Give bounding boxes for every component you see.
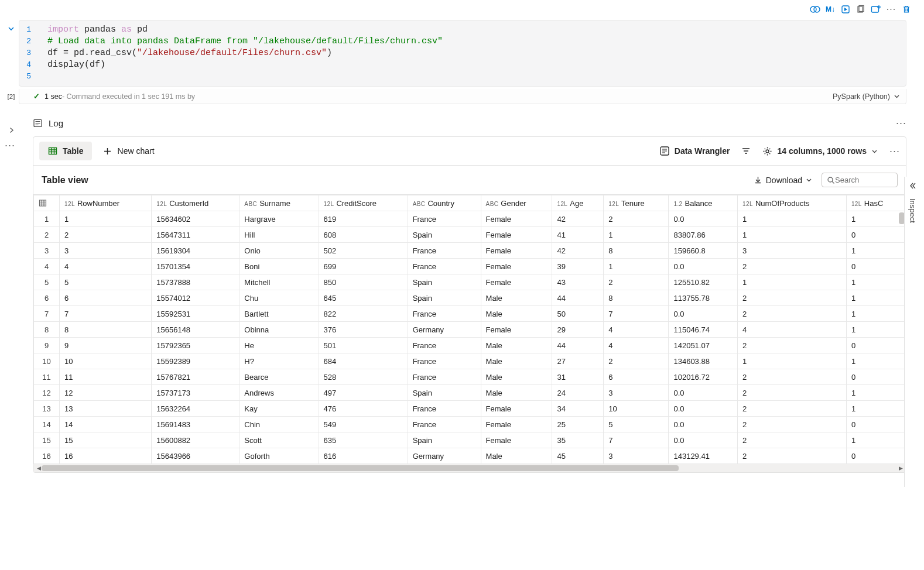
row-number-cell[interactable]: 9 [34, 338, 60, 353]
data-cell[interactable]: 15691483 [152, 417, 239, 432]
data-cell[interactable]: Female [481, 274, 552, 290]
data-cell[interactable]: 0.0 [669, 432, 738, 448]
data-cell[interactable]: He [239, 338, 319, 353]
data-cell[interactable]: 1 [846, 385, 905, 401]
data-cell[interactable]: 15632264 [152, 401, 239, 417]
data-cell[interactable]: France [408, 259, 481, 274]
data-cell[interactable]: 1 [604, 259, 669, 274]
row-number-cell[interactable]: 6 [34, 290, 60, 306]
run-selection-icon[interactable] [839, 2, 853, 16]
data-cell[interactable]: Bearce [239, 369, 319, 385]
data-cell[interactable]: 3 [738, 243, 847, 259]
data-cell[interactable]: 15592531 [152, 306, 239, 322]
data-cell[interactable]: 476 [319, 401, 408, 417]
data-cell[interactable]: Germany [408, 448, 481, 464]
data-cell[interactable]: 10 [604, 401, 669, 417]
table-row[interactable]: 121215737173Andrews497SpainMale2430.021 [34, 385, 906, 401]
table-row[interactable]: 6615574012Chu645SpainMale448113755.7821 [34, 290, 906, 306]
data-cell[interactable]: 2 [738, 306, 847, 322]
data-cell[interactable]: 29 [552, 322, 604, 338]
data-cell[interactable]: 5 [604, 417, 669, 432]
data-cell[interactable]: Mitchell [239, 274, 319, 290]
data-cell[interactable]: Hargrave [239, 211, 319, 227]
copy-cell-icon[interactable] [854, 2, 868, 16]
data-cell[interactable]: 2 [738, 385, 847, 401]
data-cell[interactable]: 1 [846, 243, 905, 259]
table-row[interactable]: 4415701354Boni699FranceFemale3910.020 [34, 259, 906, 274]
data-cell[interactable]: Male [481, 306, 552, 322]
data-cell[interactable]: 125510.82 [669, 274, 738, 290]
data-cell[interactable]: Male [481, 448, 552, 464]
row-number-cell[interactable]: 10 [34, 353, 60, 369]
data-cell[interactable]: 42 [552, 211, 604, 227]
data-cell[interactable]: 44 [552, 338, 604, 353]
row-number-cell[interactable]: 1 [34, 211, 60, 227]
data-cell[interactable]: 15634602 [152, 211, 239, 227]
data-cell[interactable]: 42 [552, 243, 604, 259]
data-cell[interactable]: 34 [552, 401, 604, 417]
data-cell[interactable]: Spain [408, 274, 481, 290]
data-cell[interactable]: 1 [846, 322, 905, 338]
log-more-icon[interactable]: ··· [896, 117, 906, 129]
data-cell[interactable]: Scott [239, 432, 319, 448]
data-cell[interactable]: 24 [552, 385, 604, 401]
data-cell[interactable]: 645 [319, 290, 408, 306]
data-cell[interactable]: 11 [60, 369, 152, 385]
data-cell[interactable]: 0 [846, 227, 905, 243]
data-cell[interactable]: 8 [604, 243, 669, 259]
data-cell[interactable]: Spain [408, 432, 481, 448]
data-cell[interactable]: Boni [239, 259, 319, 274]
column-header[interactable]: 1.2Balance [669, 195, 738, 211]
column-header[interactable]: ABCSurname [239, 195, 319, 211]
row-number-cell[interactable]: 16 [34, 448, 60, 464]
data-cell[interactable]: 0.0 [669, 306, 738, 322]
row-number-cell[interactable]: 11 [34, 369, 60, 385]
data-cell[interactable]: 4 [738, 322, 847, 338]
data-cell[interactable]: 134603.88 [669, 353, 738, 369]
data-cell[interactable]: H? [239, 353, 319, 369]
data-cell[interactable]: 850 [319, 274, 408, 290]
data-cell[interactable]: 822 [319, 306, 408, 322]
result-more-icon[interactable]: ··· [889, 145, 900, 157]
data-cell[interactable]: France [408, 353, 481, 369]
data-cell[interactable]: Female [481, 259, 552, 274]
data-cell[interactable]: 2 [738, 401, 847, 417]
new-chart-button[interactable]: New chart [94, 142, 163, 160]
data-cell[interactable]: 2 [738, 417, 847, 432]
data-cell[interactable]: 15656148 [152, 322, 239, 338]
data-cell[interactable]: 15 [60, 432, 152, 448]
data-cell[interactable]: 4 [604, 338, 669, 353]
data-cell[interactable]: 27 [552, 353, 604, 369]
data-cell[interactable]: 43 [552, 274, 604, 290]
table-row[interactable]: 111115767821Bearce528FranceMale316102016… [34, 369, 906, 385]
scroll-right-arrow[interactable]: ▶ [896, 465, 905, 471]
data-cell[interactable]: Obinna [239, 322, 319, 338]
column-header[interactable]: ABCGender [481, 195, 552, 211]
data-cell[interactable]: 10 [60, 353, 152, 369]
data-cell[interactable]: 8 [60, 322, 152, 338]
data-cell[interactable]: Female [481, 401, 552, 417]
data-cell[interactable]: 1 [60, 211, 152, 227]
data-cell[interactable]: 608 [319, 227, 408, 243]
row-number-cell[interactable]: 15 [34, 432, 60, 448]
data-cell[interactable]: Bartlett [239, 306, 319, 322]
data-cell[interactable]: Hill [239, 227, 319, 243]
data-cell[interactable]: 7 [604, 432, 669, 448]
data-cell[interactable]: 102016.72 [669, 369, 738, 385]
data-cell[interactable]: 13 [60, 401, 152, 417]
data-cell[interactable]: Female [481, 417, 552, 432]
data-cell[interactable]: 15647311 [152, 227, 239, 243]
data-cell[interactable]: 50 [552, 306, 604, 322]
data-cell[interactable]: Male [481, 290, 552, 306]
filter-icon[interactable] [741, 146, 751, 156]
data-cell[interactable]: France [408, 243, 481, 259]
row-number-cell[interactable]: 7 [34, 306, 60, 322]
columns-rows-button[interactable]: 14 columns, 1000 rows [762, 146, 878, 156]
data-cell[interactable]: 0.0 [669, 211, 738, 227]
data-cell[interactable]: 528 [319, 369, 408, 385]
data-cell[interactable]: 4 [604, 322, 669, 338]
data-cell[interactable]: France [408, 417, 481, 432]
data-cell[interactable]: 6 [60, 290, 152, 306]
data-cell[interactable]: 4 [60, 259, 152, 274]
data-cell[interactable]: 1 [604, 227, 669, 243]
